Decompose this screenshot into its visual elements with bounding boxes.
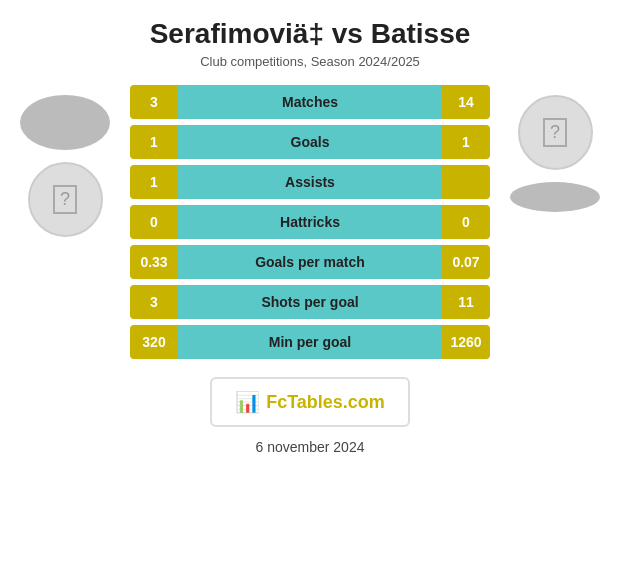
stat-label: Shots per goal	[178, 285, 442, 319]
page-subtitle: Club competitions, Season 2024/2025	[200, 54, 420, 69]
stat-left-value: 3	[130, 285, 178, 319]
stat-left-value: 320	[130, 325, 178, 359]
date-label: 6 november 2024	[256, 439, 365, 455]
stat-label: Goals	[178, 125, 442, 159]
left-ellipse-top	[20, 95, 110, 150]
right-player-side: ?	[490, 85, 620, 212]
stat-label: Goals per match	[178, 245, 442, 279]
stat-right-value: 14	[442, 85, 490, 119]
page-title: Serafimoviä‡ vs Batisse	[150, 18, 471, 50]
stat-right-value: 1260	[442, 325, 490, 359]
stat-row: 0Hattricks0	[130, 205, 490, 239]
left-player-side: ?	[0, 85, 130, 237]
stats-area: 3Matches141Goals11Assists0Hattricks00.33…	[130, 85, 490, 359]
stat-row: 320Min per goal1260	[130, 325, 490, 359]
logo-icon: 📊	[235, 390, 260, 414]
stat-left-value: 1	[130, 125, 178, 159]
stat-label: Hattricks	[178, 205, 442, 239]
stat-right-value: 11	[442, 285, 490, 319]
stat-right-value: 0.07	[442, 245, 490, 279]
stat-label: Assists	[178, 165, 442, 199]
logo-text: FcTables.com	[266, 392, 385, 413]
right-ellipse-bottom	[510, 182, 600, 212]
stat-row: 0.33Goals per match0.07	[130, 245, 490, 279]
right-avatar: ?	[518, 95, 593, 170]
right-avatar-placeholder: ?	[543, 118, 567, 147]
stat-label: Min per goal	[178, 325, 442, 359]
stat-row: 3Matches14	[130, 85, 490, 119]
stat-row: 1Goals1	[130, 125, 490, 159]
stat-left-value: 3	[130, 85, 178, 119]
left-avatar-placeholder: ?	[53, 185, 77, 214]
stat-label: Matches	[178, 85, 442, 119]
stat-left-value: 1	[130, 165, 178, 199]
left-avatar: ?	[28, 162, 103, 237]
page: Serafimoviä‡ vs Batisse Club competition…	[0, 0, 620, 580]
stat-right-value: 0	[442, 205, 490, 239]
comparison-area: ? 3Matches141Goals11Assists0Hattricks00.…	[0, 85, 620, 359]
logo-area: 📊 FcTables.com	[210, 377, 410, 427]
stat-row: 1Assists	[130, 165, 490, 199]
stat-left-value: 0.33	[130, 245, 178, 279]
stat-right-value	[442, 165, 490, 199]
stat-left-value: 0	[130, 205, 178, 239]
stat-right-value: 1	[442, 125, 490, 159]
stat-row: 3Shots per goal11	[130, 285, 490, 319]
